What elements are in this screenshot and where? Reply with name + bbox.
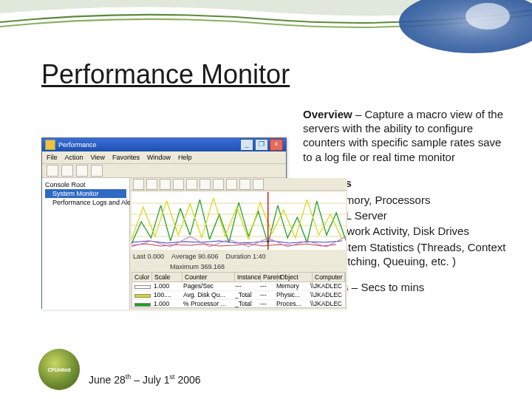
menu-window[interactable]: Window [147,154,171,161]
stats-row: Last 0.000 Average 90.606 Duration 1:40 [130,251,347,262]
menu-favorites[interactable]: Favorites [112,154,140,161]
table-header: Color Scale Counter Instance Parent Obje… [132,273,345,282]
stats-row-2: Maximum 369.168 [130,262,347,272]
table-row[interactable]: 1.000Pages/Sec------Memory\\JKADLEC [132,282,345,291]
samples-text: – Secs to mins [349,281,425,293]
menu-action[interactable]: Action [65,154,83,161]
overview-label: Overview [303,108,352,120]
overview-section: Overview – Capture a macro view of the s… [303,107,510,164]
toolbar-button[interactable] [47,165,58,177]
graph-tool-button[interactable] [146,179,157,190]
graph-tool-button[interactable] [213,179,224,190]
graph-toolbar [130,178,347,191]
main-pane: Last 0.000 Average 90.606 Duration 1:40 … [130,178,347,310]
graph-tool-button[interactable] [186,179,197,190]
tree-pane[interactable]: Console Root System Monitor Performance … [42,178,130,310]
cfunited-logo: CFUnited [38,349,80,390]
close-button[interactable]: × [270,139,283,151]
window-titlebar[interactable]: Performance _ ❐ × [42,138,286,151]
maximize-button[interactable]: ❐ [255,139,268,151]
table-row[interactable]: 100....Avg. Disk Qu..._Total---Physic...… [132,291,345,300]
menu-bar: File Action View Favorites Window Help [42,151,286,164]
graph-tool-button[interactable] [253,179,264,190]
slide-title: Performance Monitor [41,61,290,89]
svg-point-2 [466,3,510,30]
footer-date: June 28th – July 1st 2006 [89,373,201,386]
graph-tool-button[interactable] [226,179,237,190]
svg-point-0 [399,0,532,53]
menu-view[interactable]: View [91,154,105,161]
toolbar-button[interactable] [61,165,73,177]
slide-header-swoosh [0,0,532,59]
graph-tool-button[interactable] [160,179,171,190]
counters-table[interactable]: Color Scale Counter Instance Parent Obje… [132,272,346,308]
graph-tool-button[interactable] [200,179,211,190]
toolbar [42,164,286,178]
svg-point-1 [399,0,532,53]
perfmon-window: Performance _ ❐ × File Action View Favor… [41,137,287,309]
tree-item-system-monitor[interactable]: System Monitor [45,189,126,198]
graph-tool-button[interactable] [173,179,184,190]
tree-item-root[interactable]: Console Root [45,180,126,189]
tree-item-logs[interactable]: Performance Logs and Alerts [45,198,126,207]
menu-file[interactable]: File [47,154,58,161]
minimize-button[interactable]: _ [240,139,253,151]
menu-help[interactable]: Help [178,154,192,161]
toolbar-button[interactable] [76,165,88,177]
window-title: Performance [58,141,97,149]
table-row[interactable]: 1.000% Processor ..._Total---Proces...\\… [132,300,345,308]
graph-tool-button[interactable] [133,179,144,190]
perf-chart[interactable] [132,192,346,250]
graph-tool-button[interactable] [239,179,250,190]
toolbar-button[interactable] [91,165,103,177]
app-icon [45,140,55,150]
